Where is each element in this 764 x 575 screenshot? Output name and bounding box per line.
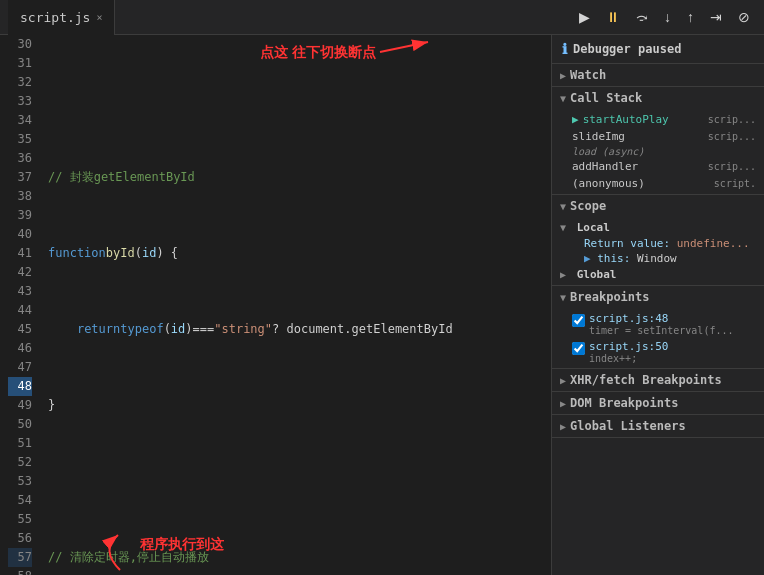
callstack-header[interactable]: Call Stack [552, 87, 764, 109]
current-arrow: ▶ [572, 113, 579, 126]
stack-item-async: load (async) [552, 145, 764, 158]
stack-file-3: scrip... [708, 161, 756, 172]
code-line-34: } [48, 396, 543, 415]
stack-item-4[interactable]: (anonymous) script. [552, 175, 764, 192]
scope-content: Local Return value: undefine... ▶ this: … [552, 217, 764, 285]
breakpoint-item-0: script.js:48 timer = setInterval(f... [552, 310, 764, 338]
dom-section: DOM Breakpoints [552, 392, 764, 415]
global-listeners-chevron [560, 421, 566, 432]
tab-close-icon[interactable]: × [96, 12, 102, 23]
code-line-31: // 封装getElementById [48, 168, 543, 187]
stack-file-4: script. [714, 178, 756, 189]
step-over-button[interactable]: ⤼ [630, 5, 654, 29]
callstack-content: ▶ startAutoPlay scrip... slideImg scrip.… [552, 109, 764, 194]
breakpoint-label-1[interactable]: script.js:50 index++; [572, 340, 756, 364]
step-into-button[interactable]: ↓ [658, 5, 677, 29]
bp-detail-1: index++; [589, 353, 668, 364]
dom-label: DOM Breakpoints [570, 396, 678, 410]
code-line-30 [48, 92, 543, 111]
stack-item-0[interactable]: ▶ startAutoPlay scrip... [552, 111, 764, 128]
scope-this[interactable]: ▶ this: Window [552, 251, 764, 266]
bp-detail-0: timer = setInterval(f... [589, 325, 734, 336]
debug-toolbar: ▶ ⏸ ⤼ ↓ ↑ ⇥ ⊘ [573, 5, 756, 29]
global-listeners-section: Global Listeners [552, 415, 764, 438]
stack-file-0: scrip... [708, 114, 756, 125]
watch-section: Watch [552, 64, 764, 87]
breakpoint-checkbox-1[interactable] [572, 342, 585, 355]
xhr-header[interactable]: XHR/fetch Breakpoints [552, 369, 764, 391]
scope-local-label: Local [577, 221, 610, 234]
scope-header[interactable]: Scope [552, 195, 764, 217]
bp-text-0: script.js:48 timer = setInterval(f... [589, 312, 734, 336]
tab-filename: script.js [20, 10, 90, 25]
breakpoints-content: script.js:48 timer = setInterval(f... sc… [552, 308, 764, 368]
callstack-chevron [560, 93, 566, 104]
stack-name-3: addHandler [572, 160, 708, 173]
stack-file-1: scrip... [708, 131, 756, 142]
xhr-label: XHR/fetch Breakpoints [570, 373, 722, 387]
code-line-33: return typeof(id) === "string" ? documen… [48, 320, 543, 339]
svg-line-1 [380, 42, 428, 52]
watch-chevron [560, 70, 566, 81]
code-area: 30 31 32 33 34 35 36 37 38 39 40 41 42 4… [0, 35, 551, 575]
sidebar-scrollable[interactable]: Watch Call Stack ▶ startAutoPlay scrip..… [552, 64, 764, 575]
code-line-32: function byId(id) { [48, 244, 543, 263]
scope-return-value: Return value: undefine... [552, 236, 764, 251]
top-bar: script.js × ▶ ⏸ ⤼ ↓ ↑ ⇥ ⊘ [0, 0, 764, 35]
watch-header[interactable]: Watch [552, 64, 764, 86]
stack-item-3[interactable]: addHandler scrip... [552, 158, 764, 175]
breakpoint-label-0[interactable]: script.js:48 timer = setInterval(f... [572, 312, 756, 336]
global-listeners-label: Global Listeners [570, 419, 686, 433]
breakpoints-header[interactable]: Breakpoints [552, 286, 764, 308]
callstack-label: Call Stack [570, 91, 642, 105]
watch-label: Watch [570, 68, 606, 82]
run-button[interactable]: ▶ [573, 5, 596, 29]
global-listeners-header[interactable]: Global Listeners [552, 415, 764, 437]
sidebar-panel: ℹ Debugger paused Watch Call Stack ▶ [551, 35, 764, 575]
dom-header[interactable]: DOM Breakpoints [552, 392, 764, 414]
code-editor: 30 31 32 33 34 35 36 37 38 39 40 41 42 4… [0, 35, 551, 575]
scope-local-chevron [560, 222, 566, 233]
breakpoint-item-1: script.js:50 index++; [552, 338, 764, 366]
debugger-status: Debugger paused [573, 42, 681, 56]
scope-global-chevron [560, 269, 566, 280]
annotation-click-tip: 点这 往下切换断点 [260, 43, 376, 62]
breakpoints-label: Breakpoints [570, 290, 649, 304]
code-line-36: // 清除定时器,停止自动播放 [48, 548, 543, 567]
debugger-paused-banner: ℹ Debugger paused [552, 35, 764, 64]
file-tab[interactable]: script.js × [8, 0, 115, 35]
scope-chevron [560, 201, 566, 212]
code-line-35 [48, 472, 543, 491]
scope-label: Scope [570, 199, 606, 213]
pause-button[interactable]: ⏸ [600, 5, 626, 29]
breakpoint-checkbox-0[interactable] [572, 314, 585, 327]
step-out-button[interactable]: ↑ [681, 5, 700, 29]
main-area: 30 31 32 33 34 35 36 37 38 39 40 41 42 4… [0, 35, 764, 575]
info-icon: ℹ [562, 41, 567, 57]
scope-global-group[interactable]: Global [552, 266, 764, 283]
stack-name-0: startAutoPlay [583, 113, 708, 126]
scope-section: Scope Local Return value: undefine... ▶ … [552, 195, 764, 286]
scope-local-group[interactable]: Local [552, 219, 764, 236]
scope-global-label: Global [577, 268, 617, 281]
stack-item-1[interactable]: slideImg scrip... [552, 128, 764, 145]
stack-name-4: (anonymous) [572, 177, 714, 190]
code-content: // 封装getElementById function byId(id) { … [40, 35, 551, 575]
xhr-section: XHR/fetch Breakpoints [552, 369, 764, 392]
stack-name-1: slideImg [572, 130, 708, 143]
breakpoints-chevron [560, 292, 566, 303]
bp-text-1: script.js:50 index++; [589, 340, 668, 364]
xhr-chevron [560, 375, 566, 386]
step-button[interactable]: ⇥ [704, 5, 728, 29]
callstack-section: Call Stack ▶ startAutoPlay scrip... slid… [552, 87, 764, 195]
line-numbers: 30 31 32 33 34 35 36 37 38 39 40 41 42 4… [0, 35, 40, 575]
breakpoints-section: Breakpoints script.js:48 timer = setInte… [552, 286, 764, 369]
dom-chevron [560, 398, 566, 409]
deactivate-button[interactable]: ⊘ [732, 5, 756, 29]
